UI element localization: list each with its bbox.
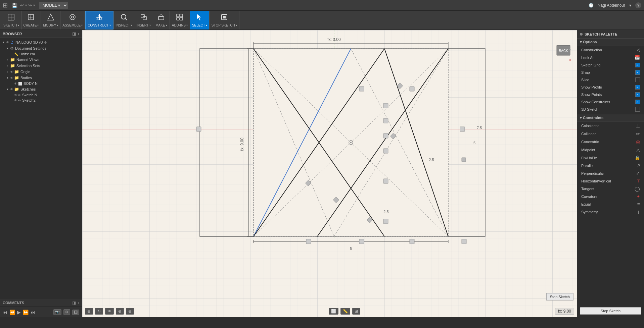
model-selector[interactable]: MODEL ▾ bbox=[39, 2, 68, 9]
showpoints-check[interactable]: ✓ bbox=[635, 92, 640, 97]
palette-item-perpendicular[interactable]: Perpendicular ✓ bbox=[577, 169, 644, 177]
slice-check[interactable] bbox=[635, 77, 640, 82]
palette-item-sketchgrid[interactable]: Sketch Grid ✓ bbox=[577, 61, 644, 69]
palette-item-showconstraints[interactable]: Show Constraints ✓ bbox=[577, 98, 644, 106]
tangent-icon: ◯ bbox=[635, 186, 640, 192]
tree-expand-namedviews[interactable]: ▸ bbox=[5, 58, 9, 62]
palette-item-showpoints[interactable]: Show Points ✓ bbox=[577, 91, 644, 98]
palette-item-snap[interactable]: Snap ✓ bbox=[577, 69, 644, 76]
palette-item-midpoint[interactable]: Midpoint △ bbox=[577, 146, 644, 154]
comments-expand-icon[interactable]: ◨ bbox=[72, 300, 76, 305]
tree-item-doc[interactable]: ▾ 👁 🗋 NA LOGO 3D v3 ⚙ bbox=[0, 39, 82, 45]
3dsketch-check[interactable] bbox=[635, 107, 640, 112]
tree-expand-docsettings[interactable]: ▾ bbox=[5, 46, 9, 50]
timeline-prev-btn[interactable]: ⏪ bbox=[9, 310, 15, 315]
zoom-out-icon[interactable]: ⊖ bbox=[126, 308, 134, 315]
toolbar-stopsketch[interactable]: STOP SKETCH▾ bbox=[210, 11, 239, 30]
tree-eye-bodies[interactable]: 👁 bbox=[10, 76, 13, 80]
measure-icon[interactable]: 📏 bbox=[340, 308, 350, 315]
toolbar-sketch[interactable]: SKETCH▾ bbox=[1, 11, 21, 30]
palette-item-horizontalvertical[interactable]: Horizontal/Vertical ⊤ bbox=[577, 177, 644, 185]
palette-item-parallel[interactable]: Parallel // bbox=[577, 162, 644, 169]
toolbar-inspect[interactable]: INSPECT▾ bbox=[113, 11, 134, 30]
toolbar-assemble[interactable]: ASSEMBLE▾ bbox=[60, 11, 85, 30]
tree-expand-sketches[interactable]: ▾ bbox=[5, 87, 9, 91]
timeline-camera-icon[interactable]: 📷 bbox=[53, 309, 61, 315]
browser-expand-icon[interactable]: ◨ bbox=[72, 32, 76, 36]
toolbar-make[interactable]: MAKE▾ bbox=[153, 11, 170, 30]
toolbar-create[interactable]: CREATE▾ bbox=[21, 11, 41, 30]
undo-icon[interactable]: ↩ bbox=[20, 3, 24, 8]
app-grid-icon[interactable]: ⊞ bbox=[3, 2, 8, 9]
palette-item-showprofile[interactable]: Show Profile ✓ bbox=[577, 84, 644, 91]
tree-eye-sketches[interactable]: 👁 bbox=[10, 88, 13, 91]
tree-item-selectionsets[interactable]: ▸ 📁 Selection Sets bbox=[0, 63, 82, 69]
tree-item-namedviews[interactable]: ▸ 📁 Named Views bbox=[0, 57, 82, 63]
save-icon[interactable]: 💾 bbox=[12, 3, 17, 8]
canvas-area[interactable]: fx: 3.00 fx: 9.00 2.5 2.5 7.5 5 5 BACK Z… bbox=[82, 30, 577, 317]
tree-eye-origin[interactable]: 👁 bbox=[10, 70, 13, 74]
timeline-film-icon[interactable]: 🎞 bbox=[72, 310, 79, 315]
timeline-end-btn[interactable]: ⏭ bbox=[31, 310, 35, 315]
tree-item-bodies[interactable]: ▾ 👁 📁 Bodies bbox=[0, 75, 82, 81]
look-icon[interactable]: 👁 bbox=[105, 308, 114, 315]
comments-close-icon[interactable]: › bbox=[78, 300, 79, 305]
toolbar-construct[interactable]: CONSTRUCT▾ bbox=[85, 11, 113, 30]
timeline-play-btn[interactable]: ▶ bbox=[17, 310, 21, 315]
palette-item-equal[interactable]: Equal = bbox=[577, 200, 644, 208]
tree-item-sketch2[interactable]: ▸ 👁 ✏ Sketch2 bbox=[0, 98, 82, 103]
tree-eye-doc[interactable]: 👁 bbox=[6, 41, 9, 44]
palette-item-slice[interactable]: Slice bbox=[577, 76, 644, 84]
tree-expand-origin[interactable]: ▸ bbox=[5, 70, 9, 74]
toolbar-insert[interactable]: INSERT▾ bbox=[134, 11, 153, 30]
palette-item-construction[interactable]: Construction ◁ bbox=[577, 46, 644, 54]
showprofile-check[interactable]: ✓ bbox=[635, 85, 640, 90]
showconstraints-check[interactable]: ✓ bbox=[635, 100, 640, 104]
help-icon[interactable]: ? bbox=[635, 2, 641, 8]
grid-toggle-icon[interactable]: ⊞ bbox=[352, 308, 360, 315]
toolbar-modify[interactable]: MODIFY▾ bbox=[41, 11, 60, 30]
tree-expand-selectionsets[interactable]: ▸ bbox=[5, 64, 9, 68]
tree-settings-icon[interactable]: ⚙ bbox=[44, 41, 47, 44]
palette-item-symmetry[interactable]: Symmetry ⫿ bbox=[577, 208, 644, 216]
palette-item-concentric[interactable]: Concentric ◎ bbox=[577, 138, 644, 146]
zoom-in-icon[interactable]: ⊕ bbox=[116, 308, 124, 315]
orbit-icon[interactable]: ↻ bbox=[95, 308, 103, 315]
browser-close-icon[interactable]: › bbox=[78, 32, 79, 36]
palette-item-lookat[interactable]: Look At 📅 bbox=[577, 54, 644, 61]
toolbar-addins[interactable]: ADD-INS▾ bbox=[170, 11, 190, 30]
tree-expand-bodies[interactable]: ▾ bbox=[5, 76, 9, 80]
view-toggle-icon[interactable]: ⬜ bbox=[329, 308, 338, 315]
tree-item-sketches[interactable]: ▾ 👁 📁 Sketches bbox=[0, 86, 82, 92]
toolbar-select[interactable]: SELECT▾ bbox=[190, 11, 210, 30]
snap-check[interactable]: ✓ bbox=[635, 70, 640, 75]
timeline-start-btn[interactable]: ⏮ bbox=[3, 310, 7, 315]
tree-eye-sketch2[interactable]: 👁 bbox=[14, 99, 17, 102]
tree-eye-bodyn[interactable]: 👁 bbox=[14, 82, 17, 86]
pan-icon[interactable]: ⊕ bbox=[85, 308, 93, 315]
tree-item-origin[interactable]: ▸ 👁 📁 Origin bbox=[0, 69, 82, 75]
timeline-settings-icon[interactable]: ⚙ bbox=[63, 309, 70, 315]
tree-eye-sketchn[interactable]: 👁 bbox=[14, 93, 17, 97]
redo-icon[interactable]: ↪ bbox=[28, 3, 32, 8]
sketchgrid-check[interactable]: ✓ bbox=[635, 63, 640, 67]
palette-item-coincident[interactable]: Coincident ⊥ bbox=[577, 122, 644, 130]
nav-cube[interactable]: BACK Z X bbox=[550, 44, 573, 70]
tree-expand-doc[interactable]: ▾ bbox=[1, 40, 5, 44]
stop-sketch-button[interactable]: Stop Sketch bbox=[546, 293, 573, 300]
palette-item-collinear[interactable]: Collinear ✏ bbox=[577, 130, 644, 138]
tree-item-units[interactable]: ▸ 📏 Units: cm bbox=[0, 51, 82, 57]
lookat-icon: 📅 bbox=[635, 55, 640, 60]
palette-item-curvature[interactable]: Curvature ✦ bbox=[577, 193, 644, 200]
palette-item-tangent[interactable]: Tangent ◯ bbox=[577, 185, 644, 193]
palette-constraints-header[interactable]: ▾ Constraints bbox=[577, 114, 644, 122]
timeline-next-btn[interactable]: ⏩ bbox=[23, 310, 29, 315]
tree-item-docsettings[interactable]: ▾ ⚙ Document Settings bbox=[0, 45, 82, 51]
palette-options-header[interactable]: ▾ Options bbox=[577, 39, 644, 46]
tree-item-bodyn[interactable]: ▸ 👁 ⬜ BODY N bbox=[0, 81, 82, 86]
user-name[interactable]: Nagi Abdelnour bbox=[598, 3, 625, 8]
tree-item-sketchn[interactable]: ▸ 👁 ✏ Sketch N bbox=[0, 92, 82, 98]
palette-item-fixunfix[interactable]: Fix/UnFix 🔒 bbox=[577, 154, 644, 162]
palette-item-3dsketch[interactable]: 3D Sketch bbox=[577, 106, 644, 113]
stop-sketch-palette-button[interactable]: Stop Sketch bbox=[580, 307, 641, 315]
